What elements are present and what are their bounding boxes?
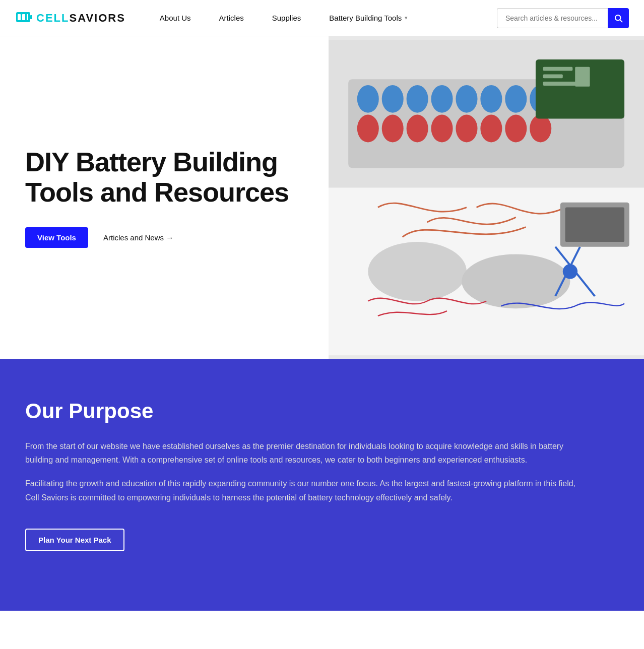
hero-image bbox=[329, 36, 644, 359]
hero-illustration bbox=[329, 36, 644, 359]
navbar: CELLSAVIORS About Us Articles Supplies B… bbox=[0, 0, 644, 36]
search-icon bbox=[614, 14, 623, 23]
hero-title: DIY Battery Building Tools and Resources bbox=[25, 147, 298, 207]
svg-point-37 bbox=[563, 264, 577, 279]
svg-point-10 bbox=[357, 85, 379, 113]
logo-icon bbox=[15, 9, 33, 27]
logo-text: CELLSAVIORS bbox=[36, 12, 125, 25]
svg-point-16 bbox=[505, 85, 527, 113]
svg-point-27 bbox=[530, 115, 551, 143]
chevron-down-icon: ▾ bbox=[405, 15, 408, 21]
svg-line-6 bbox=[620, 20, 622, 22]
purpose-section: Our Purpose From the start of our websit… bbox=[0, 359, 644, 611]
hero-left: DIY Battery Building Tools and Resources… bbox=[0, 36, 329, 359]
search-button[interactable] bbox=[608, 8, 629, 28]
purpose-paragraph-1: From the start of our website we have es… bbox=[25, 439, 579, 467]
logo[interactable]: CELLSAVIORS bbox=[15, 9, 125, 27]
svg-point-11 bbox=[381, 85, 403, 113]
svg-point-20 bbox=[357, 115, 379, 143]
svg-point-24 bbox=[456, 115, 477, 143]
svg-point-23 bbox=[431, 115, 453, 143]
plan-next-pack-button[interactable]: Plan Your Next Pack bbox=[25, 529, 124, 551]
view-tools-button[interactable]: View Tools bbox=[25, 227, 88, 248]
svg-point-34 bbox=[462, 254, 570, 309]
purpose-heading: Our Purpose bbox=[25, 399, 619, 423]
nav-articles[interactable]: Articles bbox=[205, 0, 258, 36]
svg-rect-1 bbox=[30, 15, 32, 19]
svg-rect-29 bbox=[543, 67, 572, 71]
nav-supplies[interactable]: Supplies bbox=[258, 0, 315, 36]
hero-actions: View Tools Articles and News → bbox=[25, 227, 298, 248]
main-nav: About Us Articles Supplies Battery Build… bbox=[146, 0, 497, 36]
svg-rect-2 bbox=[18, 14, 21, 20]
svg-point-21 bbox=[381, 115, 403, 143]
svg-point-5 bbox=[615, 15, 621, 21]
svg-point-13 bbox=[431, 85, 453, 113]
svg-rect-39 bbox=[565, 208, 624, 242]
svg-point-33 bbox=[368, 242, 467, 301]
svg-point-14 bbox=[456, 85, 477, 113]
articles-news-link[interactable]: Articles and News → bbox=[103, 233, 173, 242]
svg-point-15 bbox=[480, 85, 502, 113]
search-input[interactable] bbox=[497, 8, 608, 28]
search-wrapper bbox=[497, 8, 629, 28]
nav-about-us[interactable]: About Us bbox=[146, 0, 205, 36]
purpose-paragraph-2: Facilitating the growth and education of… bbox=[25, 477, 579, 504]
svg-rect-30 bbox=[543, 74, 562, 78]
svg-rect-4 bbox=[27, 14, 28, 20]
svg-rect-3 bbox=[22, 14, 25, 20]
svg-point-22 bbox=[406, 115, 428, 143]
svg-rect-32 bbox=[575, 67, 590, 87]
svg-point-25 bbox=[480, 115, 502, 143]
svg-point-26 bbox=[505, 115, 527, 143]
nav-battery-tools[interactable]: Battery Building Tools ▾ bbox=[315, 0, 422, 36]
hero-section: DIY Battery Building Tools and Resources… bbox=[0, 36, 644, 359]
svg-point-12 bbox=[406, 85, 428, 113]
